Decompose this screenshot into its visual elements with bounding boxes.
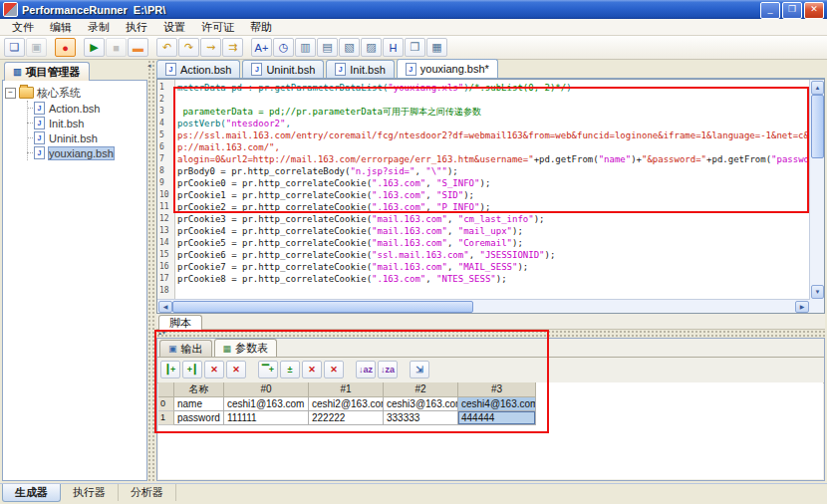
- fast-replay-button[interactable]: ⇉: [222, 38, 243, 57]
- split-action-button[interactable]: ▤: [317, 38, 338, 57]
- column-header: #0: [224, 382, 309, 397]
- code-segment: ): [566, 83, 571, 93]
- undo-button[interactable]: ↶: [156, 38, 177, 57]
- collapse-left-icon[interactable]: ◂: [147, 62, 151, 70]
- perspective-tab-生成器[interactable]: 生成器: [2, 484, 61, 502]
- code-segment: "mail.163.com": [372, 214, 447, 224]
- delete-column-button[interactable]: ✕: [204, 361, 224, 378]
- runtime-settings-button[interactable]: ◷: [273, 38, 294, 57]
- code-segment: ,: [414, 166, 425, 176]
- delete-columns-button[interactable]: ✕: [226, 361, 246, 378]
- table-cell[interactable]: 444444: [458, 411, 536, 425]
- tree-item-init-bsh[interactable]: JInit.bsh: [28, 116, 144, 130]
- code-segment: ".163.com": [372, 274, 425, 284]
- table-cell[interactable]: name: [174, 397, 224, 411]
- redo-button[interactable]: ↷: [178, 38, 199, 57]
- scroll-right-icon[interactable]: ▶: [795, 301, 809, 313]
- window-controls: _❐✕: [760, 2, 824, 19]
- run-button[interactable]: ▶: [84, 38, 105, 57]
- tree-item-action-bsh[interactable]: JAction.bsh: [28, 101, 144, 116]
- delete-row-button[interactable]: ✕: [302, 361, 322, 378]
- parameter-table-button[interactable]: ▦: [426, 38, 447, 57]
- add-column-after-button[interactable]: +┃: [182, 361, 202, 378]
- editor-tab-init-bsh[interactable]: JInit.bsh: [326, 60, 394, 78]
- save-button[interactable]: ▣: [26, 38, 47, 57]
- stop-tool-button[interactable]: ▬: [128, 38, 148, 57]
- vertical-scroll-thumb[interactable]: [811, 95, 824, 158]
- menu-bar: 文件编辑录制执行设置许可证帮助: [0, 19, 827, 36]
- code-segment: prCookie6 = pr.http_correlateCookie(: [177, 250, 372, 260]
- editor-vertical-scrollbar[interactable]: ▲ ▼: [809, 80, 824, 300]
- replay-button[interactable]: ⇝: [200, 38, 221, 57]
- sort-descending-button[interactable]: ↓za: [378, 361, 398, 378]
- project-manager-tab[interactable]: ▥ 项目管理器: [4, 62, 90, 81]
- panel-tab-label: 输出: [181, 342, 203, 357]
- editor-tab-uninit-bsh[interactable]: JUninit.bsh: [242, 60, 324, 78]
- tree-item-youxiang-bsh[interactable]: Jyouxiang.bsh: [28, 145, 144, 160]
- table-cell[interactable]: ceshi1@163.com: [224, 397, 309, 411]
- perspective-tab-分析器[interactable]: 分析器: [119, 484, 176, 501]
- new-script-button[interactable]: ❏: [4, 38, 25, 57]
- table-cell[interactable]: ceshi3@163.com: [384, 397, 458, 411]
- code-line: postVerb("ntesdoor2",: [177, 118, 809, 129]
- add-row-below-button[interactable]: ±: [280, 361, 300, 378]
- code-line: prCookie1 = pr.http_correlateCookie(".16…: [177, 189, 809, 201]
- table-cell[interactable]: 333333: [384, 411, 458, 425]
- tree-root-label: 核心系统: [37, 86, 81, 101]
- table-cell[interactable]: 111111: [224, 411, 309, 425]
- transaction-button[interactable]: H: [383, 38, 404, 57]
- menu-item[interactable]: 录制: [80, 19, 118, 36]
- insert-request-button[interactable]: ▥: [295, 38, 316, 57]
- scroll-left-icon[interactable]: ◀: [158, 301, 172, 313]
- script-editor[interactable]: 123456789101112131415161718 meterData pd…: [156, 79, 825, 314]
- parameter-table-toolbar: ┃++┃✕✕▔+±✕✕↓az↓za⇲: [157, 357, 824, 383]
- table-cell[interactable]: password: [174, 411, 224, 425]
- table-cell[interactable]: ceshi2@163.com: [309, 397, 384, 411]
- perspective-tab-执行器[interactable]: 执行器: [61, 484, 119, 501]
- minimize-button[interactable]: _: [760, 2, 780, 19]
- record-button[interactable]: ●: [55, 38, 76, 57]
- import-data-button[interactable]: ⇲: [410, 361, 429, 378]
- code-segment: +pd.getFrom(: [706, 154, 771, 164]
- horizontal-scroll-thumb[interactable]: [172, 301, 473, 313]
- close-button[interactable]: ✕: [804, 2, 824, 19]
- tree-root-node[interactable]: − 核心系统: [5, 85, 144, 101]
- code-segment: ,: [469, 250, 480, 260]
- panel-tab-parameter-table[interactable]: ▦参数表: [214, 339, 278, 357]
- font-size-button[interactable]: A+: [251, 38, 272, 57]
- menu-item[interactable]: 许可证: [193, 19, 242, 36]
- menu-item[interactable]: 执行: [118, 19, 155, 36]
- checkpoint-button[interactable]: ▧: [339, 38, 360, 57]
- horizontal-splitter[interactable]: ▴▾: [156, 330, 825, 338]
- editor-tab-action-bsh[interactable]: JAction.bsh: [156, 60, 240, 78]
- menu-item[interactable]: 编辑: [42, 19, 80, 36]
- table-cell[interactable]: 222222: [309, 411, 384, 425]
- scroll-up-icon[interactable]: ▲: [811, 81, 824, 95]
- stop-button[interactable]: ■: [106, 38, 127, 57]
- line-number: 17: [157, 273, 174, 285]
- add-row-above-button[interactable]: ▔+: [258, 361, 278, 378]
- code-area[interactable]: meterData pd : pr.getParameterDataList("…: [177, 80, 809, 303]
- collapse-updown-icon[interactable]: ▴▾: [158, 329, 166, 336]
- edit-script-button[interactable]: ▨: [361, 38, 382, 57]
- add-column-before-button[interactable]: ┃+: [160, 361, 180, 378]
- menu-item[interactable]: 设置: [155, 19, 193, 36]
- code-segment: );: [479, 178, 490, 188]
- delete-rows-button[interactable]: ✕: [324, 361, 344, 378]
- restore-button[interactable]: ❐: [782, 2, 802, 19]
- vertical-splitter[interactable]: ◂: [147, 60, 156, 481]
- panel-tab-output[interactable]: ▣输出: [159, 340, 212, 357]
- collapse-icon[interactable]: −: [5, 88, 16, 99]
- comment-button[interactable]: ❒: [405, 38, 425, 57]
- menu-item[interactable]: 文件: [4, 19, 42, 36]
- editor-tab-bar: JAction.bshJUninit.bshJInit.bshJyouxiang…: [156, 60, 825, 79]
- sort-ascending-button[interactable]: ↓az: [356, 361, 376, 378]
- editor-tab-youxiang-bsh-[interactable]: Jyouxiang.bsh*: [397, 59, 498, 78]
- table-cell[interactable]: ceshi4@163.com: [458, 397, 536, 411]
- scroll-down-icon[interactable]: ▼: [811, 285, 824, 299]
- code-segment: "mail.163.com": [372, 262, 447, 272]
- editor-horizontal-scrollbar[interactable]: ◀ ▶: [157, 299, 810, 313]
- tree-item-uninit-bsh[interactable]: JUninit.bsh: [28, 130, 144, 145]
- output-panel-tab-bar: ▣输出▦参数表: [157, 339, 824, 358]
- menu-item[interactable]: 帮助: [242, 19, 280, 36]
